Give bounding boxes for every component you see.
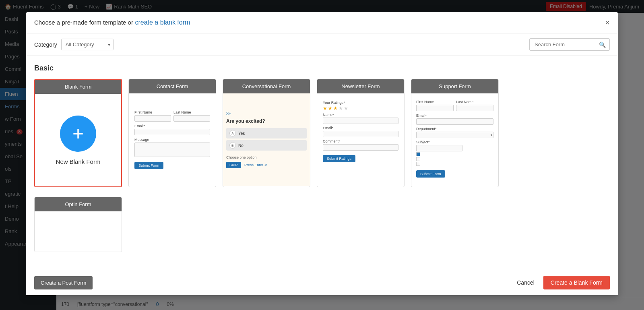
category-filter: Category All Category: [34, 39, 114, 50]
footer-left: Create a Post Form: [34, 276, 93, 289]
footer-right: Cancel Create a Blank Form: [512, 276, 610, 289]
template-card-support[interactable]: Support Form First Name Last Name: [411, 79, 499, 187]
template-card-blank[interactable]: Blank Form + New Blank Form: [34, 79, 122, 187]
template-picker-modal: Choose a pre-made form template or creat…: [26, 12, 618, 295]
support-department-field: Department* ▾: [416, 127, 493, 138]
template-card-newsletter[interactable]: Newsletter Form Your Ratings* ★ ★ ★ ★ ★: [317, 79, 405, 187]
chevron-down-icon: ▾: [491, 133, 492, 137]
star-row: ★ ★ ★ ★ ★: [323, 105, 398, 111]
modal-overlay: Choose a pre-made form template or creat…: [0, 0, 644, 310]
conv-option-a-key: A: [229, 130, 236, 136]
conv-footer: Choose one option SKIP Press Enter ↵: [226, 155, 307, 168]
support-lastname-input: [456, 105, 493, 111]
modal-header-text: Choose a pre-made form template or creat…: [34, 19, 190, 26]
star-1: ★: [323, 105, 327, 111]
support-checkbox-row2: [416, 157, 493, 161]
support-email-input: [416, 118, 493, 125]
create-post-form-button[interactable]: Create a Post Form: [34, 276, 93, 289]
modal-toolbar: Category All Category 🔍: [26, 33, 618, 56]
create-blank-form-link[interactable]: create a blank form: [135, 19, 190, 26]
contact-email-field: Email*: [134, 124, 210, 135]
search-wrapper: 🔍: [529, 38, 610, 51]
support-email-field: Email*: [416, 114, 493, 125]
newsletter-comment-field: Comment*: [323, 139, 398, 151]
star-2: ★: [328, 105, 332, 111]
support-email-label: Email*: [416, 114, 493, 118]
support-checkbox-3: [416, 162, 420, 166]
support-lastname-field: Last Name: [456, 100, 493, 111]
support-firstname-field: First Name: [416, 100, 454, 111]
category-select-wrapper: All Category: [61, 39, 114, 50]
newsletter-submit-button[interactable]: Submit Ratings: [323, 155, 355, 162]
ratings-label: Your Ratings*: [323, 101, 398, 105]
templates-grid-row1: Blank Form + New Blank Form Contact Form: [34, 79, 610, 187]
modal-close-button[interactable]: ×: [605, 19, 610, 27]
support-form-body: First Name Last Name Email*: [411, 93, 498, 186]
modal-body: Basic Blank Form + New Blank Form Contac…: [26, 56, 618, 270]
create-blank-form-button[interactable]: Create a Blank Form: [543, 276, 610, 289]
modal-header: Choose a pre-made form template or creat…: [26, 12, 618, 33]
conv-form-header: Conversational Form: [223, 79, 310, 93]
contact-message-field: Message: [134, 138, 210, 157]
conv-option-b-key: B: [229, 142, 236, 149]
support-submit-button[interactable]: Submit Form: [416, 170, 445, 178]
contact-name-row: First Name Last Name: [134, 110, 210, 122]
newsletter-name-field: Name*: [323, 113, 398, 124]
conv-press-enter: Press Enter ↵: [244, 163, 268, 167]
template-card-contact[interactable]: Contact Form First Name Last Name: [128, 79, 216, 187]
contact-lastname-input: [173, 115, 210, 122]
conv-number: 3+: [226, 111, 307, 116]
newsletter-form-preview: Your Ratings* ★ ★ ★ ★ ★ Name*: [321, 97, 400, 165]
template-card-optin[interactable]: Optin Form: [34, 197, 122, 252]
contact-form-preview: First Name Last Name Email*: [133, 107, 212, 172]
contact-email-label: Email*: [134, 124, 210, 128]
search-icon: 🔍: [599, 41, 606, 48]
star-4: ★: [339, 105, 343, 111]
contact-lastname-field: Last Name: [173, 110, 210, 122]
section-title: Basic: [34, 64, 610, 72]
support-department-label: Department*: [416, 127, 493, 131]
newsletter-name-label: Name*: [323, 113, 398, 117]
conv-question: Are you excited?: [226, 118, 307, 124]
support-firstname-input: [416, 105, 454, 111]
star-5: ★: [344, 105, 348, 111]
blank-form-header: Blank Form: [35, 80, 121, 94]
category-select[interactable]: All Category: [61, 39, 114, 50]
support-subject-input1: [416, 145, 462, 151]
newsletter-form-header: Newsletter Form: [317, 79, 404, 93]
conv-choose-text: Choose one option: [226, 155, 307, 159]
modal-footer: Create a Post Form Cancel Create a Blank…: [26, 270, 618, 295]
cancel-button[interactable]: Cancel: [512, 276, 539, 289]
contact-form-header: Contact Form: [129, 79, 216, 93]
optin-form-body: [35, 211, 122, 252]
contact-firstname-field: First Name: [134, 110, 171, 122]
blank-form-body: + New Blank Form: [35, 94, 121, 186]
newsletter-email-label: Email*: [323, 126, 398, 130]
contact-submit-button[interactable]: Submit Form: [134, 162, 163, 169]
blank-form-plus-icon: +: [60, 116, 96, 152]
conv-form-body: 3+ Are you excited? A Yes B No Choose on…: [223, 93, 310, 186]
blank-form-label: New Blank Form: [56, 158, 101, 165]
contact-lastname-label: Last Name: [173, 110, 210, 114]
support-name-row: First Name Last Name: [416, 100, 493, 111]
newsletter-name-input: [323, 118, 398, 124]
support-form-header: Support Form: [411, 79, 498, 93]
conv-option-b-label: No: [238, 143, 244, 148]
newsletter-email-input: [323, 131, 398, 137]
contact-message-label: Message: [134, 138, 210, 142]
contact-firstname-label: First Name: [134, 110, 171, 114]
contact-form-body: First Name Last Name Email*: [129, 93, 216, 186]
newsletter-comment-input: [323, 144, 398, 151]
template-card-conversational[interactable]: Conversational Form 3+ Are you excited? …: [223, 79, 310, 187]
conv-skip-button[interactable]: SKIP: [226, 162, 241, 168]
support-firstname-label: First Name: [416, 100, 454, 104]
star-3: ★: [333, 105, 338, 111]
conv-option-a-label: Yes: [238, 131, 245, 136]
newsletter-comment-label: Comment*: [323, 139, 398, 143]
search-input[interactable]: [529, 38, 610, 51]
support-lastname-label: Last Name: [456, 100, 493, 104]
support-subject-field: Subject*: [416, 140, 493, 166]
conv-option-b: B No: [226, 140, 307, 151]
support-checkbox-row1: [416, 152, 493, 156]
newsletter-form-body: Your Ratings* ★ ★ ★ ★ ★ Name*: [317, 93, 404, 186]
